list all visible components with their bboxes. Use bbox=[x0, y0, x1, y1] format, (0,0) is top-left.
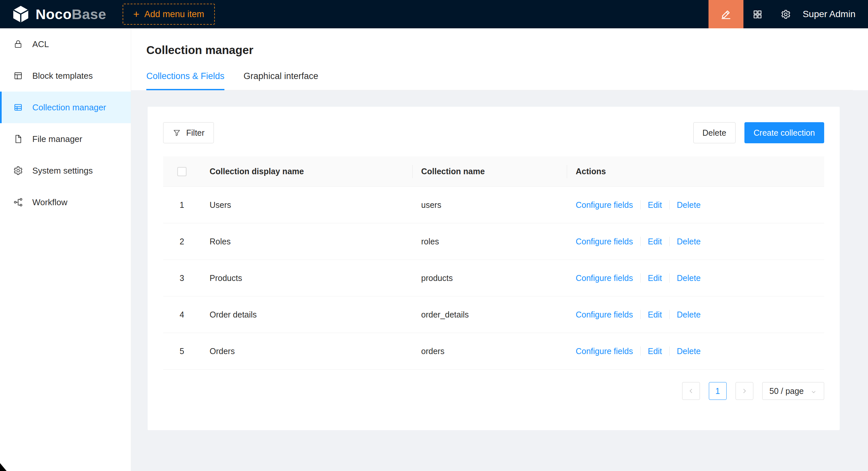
sidebar-item-label: Collection manager bbox=[32, 102, 106, 113]
header-select-cell bbox=[163, 157, 201, 187]
row-actions: Configure fields Edit Delete bbox=[567, 200, 824, 210]
header-right-cluster: Super Admin bbox=[709, 0, 868, 28]
action-divider bbox=[640, 237, 641, 246]
row-name: roles bbox=[412, 237, 567, 246]
mouse-cursor-artifact bbox=[0, 463, 7, 471]
create-collection-button[interactable]: Create collection bbox=[744, 122, 824, 143]
add-menu-item-button[interactable]: + Add menu item bbox=[123, 4, 215, 25]
highlighter-icon bbox=[720, 8, 732, 20]
table-row: 3 Products products Configure fields Edi… bbox=[163, 260, 824, 296]
collections-card: Filter Delete Create collection bbox=[148, 107, 840, 430]
plus-icon: + bbox=[133, 9, 140, 20]
tab-graphical-interface[interactable]: Graphical interface bbox=[244, 71, 318, 90]
page-size-select[interactable]: 50 / page bbox=[762, 382, 824, 400]
sidebar-item-collection-manager[interactable]: Collection manager bbox=[0, 92, 131, 123]
row-index: 2 bbox=[163, 237, 201, 246]
sidebar-item-block-templates[interactable]: Block templates bbox=[0, 60, 131, 92]
edit-link[interactable]: Edit bbox=[648, 200, 662, 210]
sidebar-item-label: Block templates bbox=[32, 71, 93, 81]
configure-fields-link[interactable]: Configure fields bbox=[576, 346, 633, 356]
configure-fields-link[interactable]: Configure fields bbox=[576, 310, 633, 319]
pagination-prev-button[interactable] bbox=[682, 382, 700, 400]
pagination-page-1[interactable]: 1 bbox=[709, 382, 726, 400]
sidebar-item-workflow[interactable]: Workflow bbox=[0, 187, 131, 218]
action-divider bbox=[669, 237, 670, 246]
action-divider bbox=[669, 310, 670, 319]
page-header: Collection manager Collections & Fields … bbox=[131, 28, 868, 90]
gear-icon bbox=[781, 9, 791, 20]
edit-link[interactable]: Edit bbox=[648, 346, 662, 356]
configure-fields-link[interactable]: Configure fields bbox=[576, 237, 633, 246]
ui-editor-button[interactable] bbox=[709, 0, 743, 28]
lock-icon bbox=[13, 39, 23, 49]
collections-table: Collection display name Collection name … bbox=[163, 157, 824, 370]
sidebar: ACL Block templates Collection manager F… bbox=[0, 28, 131, 471]
edit-link[interactable]: Edit bbox=[648, 237, 662, 246]
row-display-name: Order details bbox=[201, 310, 412, 319]
filter-label: Filter bbox=[186, 128, 205, 138]
select-all-checkbox[interactable] bbox=[177, 167, 187, 176]
table-header-row: Collection display name Collection name … bbox=[163, 157, 824, 187]
action-divider bbox=[669, 273, 670, 282]
action-divider bbox=[669, 346, 670, 356]
table-row: 4 Order details order_details Configure … bbox=[163, 296, 824, 333]
action-divider bbox=[640, 200, 641, 209]
plugins-button[interactable] bbox=[743, 0, 772, 28]
edit-link[interactable]: Edit bbox=[648, 310, 662, 319]
table-icon bbox=[13, 102, 23, 112]
apps-grid-icon bbox=[752, 9, 763, 20]
nocobase-logo[interactable]: NocoBase bbox=[11, 5, 106, 24]
row-name: orders bbox=[412, 346, 567, 356]
configure-fields-link[interactable]: Configure fields bbox=[576, 200, 633, 210]
chevron-right-icon bbox=[741, 388, 748, 395]
filter-funnel-icon bbox=[172, 129, 181, 137]
content-area: Filter Delete Create collection bbox=[131, 90, 868, 471]
page-size-value: 50 / page bbox=[770, 386, 804, 396]
logo-text-primary: Noco bbox=[36, 6, 72, 22]
pagination-next-button[interactable] bbox=[736, 382, 753, 400]
table-row: 2 Roles roles Configure fields Edit Dele… bbox=[163, 223, 824, 260]
app-root: NocoBase + Add menu item bbox=[0, 0, 868, 471]
table-row: 5 Orders orders Configure fields Edit De… bbox=[163, 333, 824, 370]
delete-link[interactable]: Delete bbox=[677, 273, 701, 283]
action-divider bbox=[640, 310, 641, 319]
logo-text: NocoBase bbox=[36, 6, 106, 23]
edit-link[interactable]: Edit bbox=[648, 273, 662, 283]
body-row: ACL Block templates Collection manager F… bbox=[0, 28, 868, 471]
chevron-down-icon bbox=[810, 388, 817, 394]
settings-button[interactable] bbox=[772, 0, 800, 28]
delete-link[interactable]: Delete bbox=[677, 346, 701, 356]
delete-link[interactable]: Delete bbox=[677, 237, 701, 246]
column-header-name: Collection name bbox=[412, 157, 567, 187]
filter-button[interactable]: Filter bbox=[163, 122, 214, 143]
sidebar-item-file-manager[interactable]: File manager bbox=[0, 123, 131, 155]
action-divider bbox=[640, 346, 641, 356]
delete-link[interactable]: Delete bbox=[677, 310, 701, 319]
column-header-actions: Actions bbox=[567, 157, 824, 187]
app-header: NocoBase + Add menu item bbox=[0, 0, 868, 28]
table-row: 1 Users users Configure fields Edit Dele… bbox=[163, 187, 824, 223]
card-toolbar: Filter Delete Create collection bbox=[163, 122, 824, 143]
configure-fields-link[interactable]: Configure fields bbox=[576, 273, 633, 283]
layout-icon bbox=[13, 71, 23, 81]
sidebar-item-acl[interactable]: ACL bbox=[0, 28, 131, 60]
sidebar-item-system-settings[interactable]: System settings bbox=[0, 155, 131, 187]
sidebar-item-label: Workflow bbox=[32, 197, 67, 207]
tab-collections-fields[interactable]: Collections & Fields bbox=[146, 71, 224, 90]
row-display-name: Users bbox=[201, 200, 412, 210]
user-menu[interactable]: Super Admin bbox=[803, 9, 856, 20]
delete-button[interactable]: Delete bbox=[693, 122, 736, 143]
add-menu-item-label: Add menu item bbox=[144, 9, 204, 20]
sidebar-item-label: System settings bbox=[32, 166, 93, 176]
pagination: 1 50 / page bbox=[163, 382, 824, 400]
row-actions: Configure fields Edit Delete bbox=[567, 346, 824, 356]
main-area: Collection manager Collections & Fields … bbox=[131, 28, 868, 471]
row-actions: Configure fields Edit Delete bbox=[567, 237, 824, 246]
row-index: 3 bbox=[163, 273, 201, 283]
page-title: Collection manager bbox=[146, 43, 853, 57]
workflow-icon bbox=[13, 197, 23, 207]
row-display-name: Orders bbox=[201, 346, 412, 356]
row-index: 1 bbox=[163, 200, 201, 210]
row-actions: Configure fields Edit Delete bbox=[567, 310, 824, 319]
delete-link[interactable]: Delete bbox=[677, 200, 701, 210]
